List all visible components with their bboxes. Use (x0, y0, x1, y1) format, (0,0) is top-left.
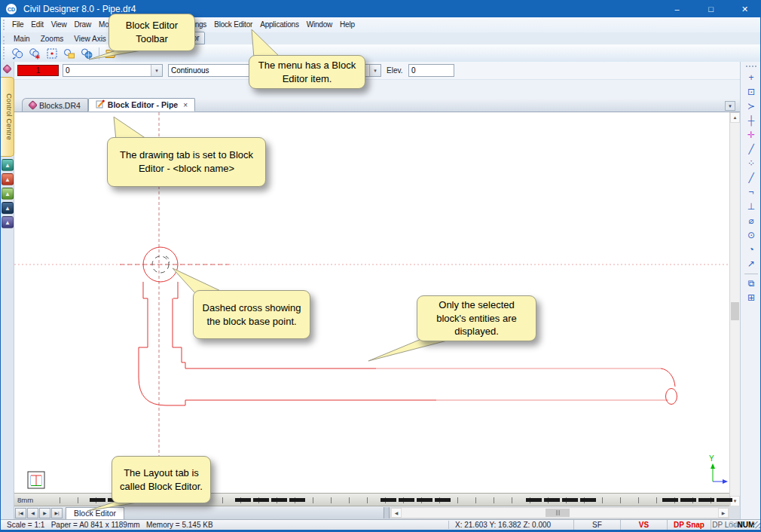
close-tab-button[interactable]: × (183, 101, 188, 109)
perpendicular-snap-icon[interactable]: ⊥ (744, 200, 759, 212)
ucs-axis-icon: Y X (709, 454, 729, 486)
toolbar-grip[interactable] (3, 20, 5, 30)
insert-block-icon[interactable] (61, 46, 77, 61)
toolbar-grip[interactable] (746, 66, 756, 69)
menu-draw[interactable]: Draw (71, 17, 94, 32)
nearest-snap-icon[interactable]: ↗ (744, 258, 759, 270)
app-logo-icon[interactable]: CD (6, 4, 17, 14)
tab-list-button[interactable]: ▾ (725, 101, 735, 111)
callout-base-point: Dashed cross showing the block base poin… (193, 290, 310, 339)
app-window: CD Civil Designer 8.0 - Pipe.dr4 – □ ✕ F… (0, 0, 761, 532)
module-sewer-icon[interactable] (2, 202, 14, 214)
center-snap-icon[interactable]: ⊙ (744, 229, 759, 241)
toolbar-grip[interactable] (3, 47, 5, 59)
drawing-tab-bar: Blocks.DR4 Block Editor - Pipe × ▾ (14, 99, 741, 112)
midpoint-snap-icon[interactable]: ╱ (744, 172, 759, 184)
toolbar-tab-view-axis[interactable]: View Axis (69, 33, 111, 44)
gravity-snap-icon[interactable]: ✛ (744, 129, 759, 141)
layer-dropdown-button[interactable]: ▾ (151, 65, 162, 76)
ruler-bar (380, 498, 453, 502)
tab-label: Blocks.DR4 (39, 101, 81, 110)
block-edit-icon (96, 99, 105, 110)
menu-block-editor[interactable]: Block Editor (211, 17, 255, 32)
toolbar-filler (14, 79, 741, 99)
layer-combo[interactable]: ▾ (63, 64, 163, 77)
axis-y-label: Y (709, 454, 714, 463)
layout-tab-block-editor[interactable]: Block Editor (66, 507, 124, 519)
paper-extents-icon (28, 472, 44, 488)
toolbar-separator (744, 274, 758, 274)
menu-help[interactable]: Help (337, 17, 358, 32)
tab-label: Block Editor - Pipe (108, 100, 178, 109)
minimize-button[interactable]: – (660, 1, 694, 17)
tab-scroll-splitter[interactable] (384, 507, 390, 518)
quadrant-snap-icon[interactable]: ◔ (744, 243, 759, 255)
grid-settings-icon[interactable]: ⊞ (744, 292, 759, 304)
module-survey-icon[interactable] (2, 159, 14, 171)
next-layout-button[interactable]: ▶ (39, 508, 50, 518)
control-centre-tab[interactable]: Control Centre (1, 77, 14, 157)
maximize-button[interactable]: □ (694, 1, 728, 17)
block-properties-icon[interactable] (78, 46, 94, 61)
callout-block-editor-toolbar: Block Editor Toolbar (108, 14, 195, 51)
menu-file[interactable]: File (9, 17, 26, 32)
vertical-scrollbar[interactable]: ▲ ▼ (729, 112, 740, 506)
menu-window[interactable]: Window (304, 17, 335, 32)
offset-snap-icon[interactable]: ¬ (744, 186, 759, 198)
select-entities-icon[interactable] (44, 46, 60, 61)
drawing-file-icon (28, 100, 38, 110)
tab-blocks-dr4[interactable]: Blocks.DR4 (22, 98, 88, 112)
module-terrain-icon[interactable] (2, 173, 14, 185)
status-bar: Scale = 1:1 Paper = A0 841 x 1189mm Memo… (1, 519, 761, 530)
control-centre-strip: Control Centre (1, 62, 14, 520)
ruler-scale-label: 8mm (17, 496, 33, 504)
elevation-input[interactable] (408, 64, 454, 77)
resize-grip[interactable] (753, 521, 760, 528)
scrollbar-corner (729, 506, 740, 519)
callout-drawing-tab: The drawing tab is set to Block Editor -… (107, 137, 266, 187)
point-snap-icon[interactable]: ⊡ (744, 86, 759, 98)
endpoint-snap-icon[interactable]: ┼ (744, 115, 759, 127)
vertical-scroll-thumb[interactable] (731, 302, 739, 320)
toolbar-tab-main[interactable]: Main (9, 33, 35, 44)
color-swatch[interactable]: 1 (17, 65, 59, 76)
add-entities-icon[interactable] (26, 46, 42, 61)
status-toggle-sf[interactable]: SF (573, 520, 620, 530)
module-roads-icon[interactable] (2, 188, 14, 200)
first-layout-button[interactable]: |◀ (15, 508, 26, 518)
linetype-dropdown-button[interactable]: ▾ (369, 65, 380, 76)
menu-applications[interactable]: Applications (257, 17, 302, 32)
menu-edit[interactable]: Edit (28, 17, 46, 32)
tangent-snap-icon[interactable]: ⌀ (744, 215, 759, 227)
close-button[interactable]: ✕ (728, 1, 761, 17)
tab-block-editor-pipe[interactable]: Block Editor - Pipe × (88, 98, 195, 112)
intersection-snap-icon[interactable]: ≻ (744, 100, 759, 112)
callout-entities: Only the selected block's entities are d… (417, 295, 536, 341)
window-title: Civil Designer 8.0 - Pipe.dr4 (23, 4, 136, 14)
status-toggle-dp-snap[interactable]: DP Snap (667, 520, 711, 530)
toolbar-tab-zooms[interactable]: Zooms (36, 33, 69, 44)
horizontal-scrollbar[interactable]: ◀ ▶ (390, 507, 729, 518)
callout-layout-tab: The Layout tab is called Block Editor. (112, 456, 211, 503)
previous-layout-button[interactable]: ◀ (27, 508, 38, 518)
copy-entities-icon[interactable]: ⧉ (744, 277, 759, 289)
scroll-up-button[interactable]: ▲ (730, 112, 740, 123)
horizontal-scroll-thumb[interactable] (546, 509, 570, 517)
toolbar-grip[interactable] (3, 36, 5, 44)
pick-point-icon[interactable]: + (744, 72, 759, 84)
layer-input[interactable] (63, 65, 151, 76)
status-scale-paper-memory: Scale = 1:1 Paper = A0 841 x 1189mm Memo… (7, 521, 213, 529)
line-snap-icon[interactable]: ╱ (744, 143, 759, 155)
ruler-bar (235, 498, 307, 502)
grid-points-icon[interactable]: ⁘ (744, 157, 759, 170)
module-water-icon[interactable] (2, 216, 14, 228)
menu-view[interactable]: View (48, 17, 70, 32)
snap-toolbar: + ⊡ ≻ ┼ ✛ ╱ ⁘ ╱ ¬ ⊥ ⌀ ⊙ ◔ ↗ ⧉ ⊞ (740, 62, 761, 520)
scroll-left-button[interactable]: ◀ (391, 508, 402, 518)
layout-tab-bar: |◀ ◀ ▶ ▶| Block Editor ◀ ▶ (14, 506, 740, 519)
last-layout-button[interactable]: ▶| (51, 508, 63, 518)
status-coordinates: X: 21.603 Y: 16.382 Z: 0.000 (448, 521, 573, 529)
edit-block-icon[interactable] (9, 46, 25, 61)
scroll-right-button[interactable]: ▶ (718, 508, 729, 518)
status-toggle-vs[interactable]: VS (620, 520, 667, 530)
